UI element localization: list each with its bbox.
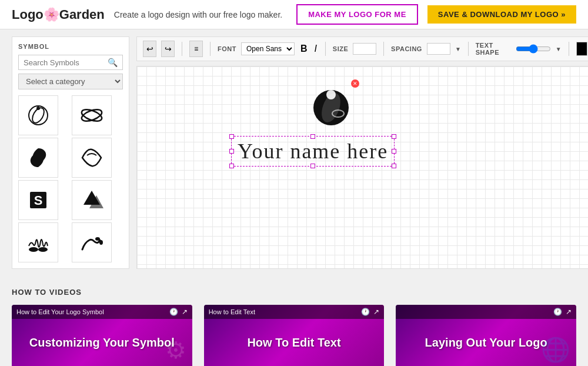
symbol-panel-title: SYMBOL	[18, 43, 123, 50]
spacing-label: SPACING	[391, 45, 422, 52]
canvas-text-container[interactable]: Your name here	[231, 136, 395, 167]
symbol-item-1[interactable]	[18, 95, 58, 135]
handle-bc[interactable]	[310, 164, 315, 168]
video-3-title: Laying Out Your Logo	[425, 336, 547, 350]
toolbar-separator-2	[210, 42, 211, 56]
toolbar-separator-5	[468, 42, 469, 56]
video-card-2[interactable]: How to Edit Text 🕐 ↗ How To Edit Text ▶ …	[204, 305, 385, 366]
font-select[interactable]: Open Sans	[241, 42, 295, 55]
header-tagline: Create a logo design with our free logo …	[114, 10, 287, 19]
video-3-top-icons: 🕐 ↗	[553, 308, 572, 316]
video-1-top-icons: 🕐 ↗	[169, 308, 188, 316]
symbol-item-6[interactable]	[72, 180, 112, 220]
svg-point-11	[95, 237, 100, 241]
video-1-main: ⚙ Customizing Your Symbol	[12, 319, 192, 366]
video-2-top-icons: 🕐 ↗	[361, 308, 379, 316]
size-input[interactable]: 48	[353, 43, 376, 55]
video-1-title: Customizing Your Symbol	[29, 336, 175, 350]
video-1-bg-icons: ⚙	[165, 337, 186, 364]
text-shape-label: TEXT SHAPE	[476, 42, 511, 56]
video-2-title: How To Edit Text	[247, 336, 340, 350]
logo-area: Logo🌸Garden	[12, 7, 105, 22]
symbol-item-8[interactable]	[72, 222, 112, 262]
svg-point-9	[29, 247, 38, 252]
symbol-item-3[interactable]	[18, 138, 58, 178]
text-style-button[interactable]: ≡	[189, 41, 203, 57]
handle-mr[interactable]	[392, 149, 396, 154]
save-download-button[interactable]: SAVE & DOWNLOAD MY LOGO »	[427, 5, 576, 24]
undo-button[interactable]: ↩	[143, 41, 156, 57]
italic-button[interactable]: I	[313, 42, 318, 55]
symbol-item-7[interactable]	[18, 222, 58, 262]
symbol-item-4[interactable]	[72, 138, 112, 178]
video-3-bg-icons: 🌐	[541, 336, 570, 364]
share-icon-1: ↗	[182, 308, 188, 316]
svg-text:S: S	[34, 193, 43, 208]
toolbar: ↩ ↪ ≡ FONT Open Sans B I SIZE 48 SPACING…	[136, 36, 588, 61]
share-icon-2: ↗	[373, 308, 379, 316]
toolbar-separator-1	[182, 42, 182, 56]
video-2-top-bar: How to Edit Text 🕐 ↗	[204, 305, 385, 319]
header: Logo🌸Garden Create a logo design with ou…	[0, 0, 588, 29]
svg-point-2	[36, 107, 40, 110]
video-3-top-bar: 🕐 ↗	[396, 305, 576, 319]
symbol-panel: SYMBOL 🔍 Select a category	[12, 36, 129, 269]
handle-tl[interactable]	[229, 134, 234, 139]
redo-button[interactable]: ↪	[161, 41, 175, 57]
share-icon-3: ↗	[566, 308, 572, 316]
how-to-title: HOW TO VIDEOS	[12, 288, 576, 297]
handle-tr[interactable]	[392, 134, 396, 139]
canvas-grid	[137, 66, 588, 268]
text-shape-slider[interactable]	[516, 42, 551, 55]
symbol-grid: S	[18, 95, 123, 262]
svg-point-15	[326, 90, 336, 99]
category-select[interactable]: Select a category	[18, 74, 123, 89]
canvas-area: ↩ ↪ ≡ FONT Open Sans B I SIZE 48 SPACING…	[129, 36, 588, 269]
text-shape-arrow: ▼	[556, 46, 562, 52]
main-area: SYMBOL 🔍 Select a category	[0, 29, 588, 276]
color-swatch[interactable]	[576, 42, 588, 56]
search-box: 🔍	[18, 55, 123, 70]
search-input[interactable]	[24, 58, 108, 67]
video-card-3[interactable]: 🕐 ↗ 🌐 Laying Out Your Logo ▶ 🔊 0:05 / 0:…	[396, 305, 576, 366]
canvas-workspace[interactable]: ✕ Your name here	[136, 66, 588, 269]
bold-button[interactable]: B	[299, 42, 309, 55]
symbol-item-5[interactable]: S	[18, 180, 58, 220]
handle-br[interactable]	[392, 164, 396, 168]
toolbar-separator-3	[325, 42, 326, 56]
symbol-delete-handle[interactable]: ✕	[351, 79, 359, 88]
handle-bl[interactable]	[229, 164, 234, 168]
video-1-top-title: How to Edit Your Logo Symbol	[16, 308, 104, 315]
handle-ml[interactable]	[229, 149, 234, 154]
logo-brand: Logo🌸Garden	[12, 7, 105, 22]
font-label: FONT	[218, 45, 236, 52]
clock-icon: 🕐	[169, 308, 178, 316]
video-3-main: 🌐 Laying Out Your Logo	[396, 319, 576, 366]
video-2-main: How To Edit Text	[204, 319, 385, 366]
symbol-item-2[interactable]	[72, 95, 112, 135]
toolbar-separator-4	[383, 42, 384, 56]
search-icon: 🔍	[108, 58, 118, 67]
spacing-input[interactable]: 0	[427, 43, 450, 55]
how-to-section: HOW TO VIDEOS How to Edit Your Logo Symb…	[0, 276, 588, 366]
clock-icon-3: 🕐	[553, 308, 562, 316]
clock-icon-2: 🕐	[361, 308, 370, 316]
video-card-1[interactable]: How to Edit Your Logo Symbol 🕐 ↗ ⚙ Custo…	[12, 305, 192, 366]
video-2-top-title: How to Edit Text	[209, 308, 255, 315]
handle-tc[interactable]	[310, 134, 315, 139]
video-1-top-bar: How to Edit Your Logo Symbol 🕐 ↗	[12, 305, 192, 319]
toolbar-separator-6	[569, 42, 569, 56]
size-label: SIZE	[333, 45, 348, 52]
videos-row: How to Edit Your Logo Symbol 🕐 ↗ ⚙ Custo…	[12, 305, 576, 366]
canvas-logo-text[interactable]: Your name here	[238, 139, 388, 164]
spacing-arrow: ▼	[455, 46, 461, 52]
svg-point-12	[99, 240, 103, 245]
canvas-symbol[interactable]: ✕	[308, 84, 355, 131]
make-logo-button[interactable]: MAKE MY LOGO FOR ME	[296, 4, 418, 25]
svg-point-10	[38, 247, 48, 252]
